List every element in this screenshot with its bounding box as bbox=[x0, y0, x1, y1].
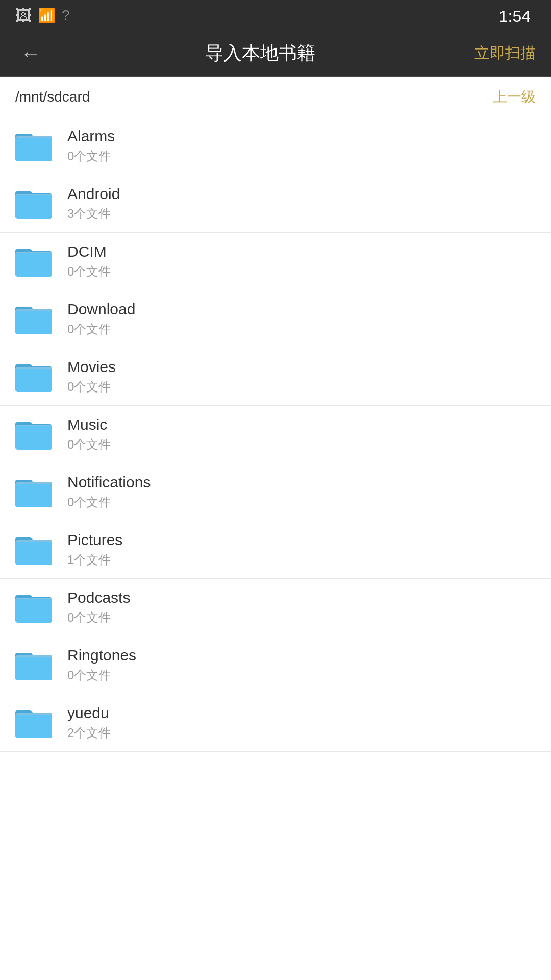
folder-icon bbox=[15, 304, 52, 334]
up-directory-button[interactable]: 上一级 bbox=[493, 87, 536, 107]
folder-item[interactable]: Download 0个文件 bbox=[0, 290, 551, 348]
folder-file-count: 0个文件 bbox=[67, 148, 115, 164]
folder-item[interactable]: Android 3个文件 bbox=[0, 175, 551, 233]
folder-file-count: 0个文件 bbox=[67, 379, 116, 395]
folder-info: Podcasts 0个文件 bbox=[67, 589, 130, 626]
folder-file-count: 0个文件 bbox=[67, 436, 111, 453]
path-bar: /mnt/sdcard 上一级 bbox=[0, 77, 551, 117]
svg-rect-11 bbox=[15, 426, 52, 450]
folder-info: Pictures 1个文件 bbox=[67, 531, 122, 568]
folder-name: Android bbox=[67, 185, 120, 203]
folder-name: DCIM bbox=[67, 243, 111, 260]
folder-info: DCIM 0个文件 bbox=[67, 243, 111, 280]
folder-icon bbox=[15, 477, 52, 507]
back-button[interactable]: ← bbox=[15, 38, 46, 69]
folder-icon bbox=[15, 131, 52, 161]
folder-file-count: 0个文件 bbox=[67, 609, 130, 626]
status-bar: 🖼 📶 ? 1:54 bbox=[0, 0, 551, 31]
folder-item[interactable]: Notifications 0个文件 bbox=[0, 463, 551, 521]
folder-list: Alarms 0个文件 Android 3个文件 bbox=[0, 117, 551, 752]
status-icons: 🖼 📶 ? bbox=[15, 6, 70, 25]
folder-file-count: 1个文件 bbox=[67, 552, 122, 568]
folder-icon bbox=[15, 534, 52, 565]
title-bar: ← 导入本地书籍 立即扫描 bbox=[0, 31, 551, 77]
folder-name: Movies bbox=[67, 358, 116, 376]
question-icon: ? bbox=[62, 7, 70, 23]
folder-info: Ringtones 0个文件 bbox=[67, 647, 136, 683]
svg-rect-3 bbox=[15, 195, 52, 219]
folder-item[interactable]: yuedu 2个文件 bbox=[0, 694, 551, 752]
folder-icon bbox=[15, 188, 52, 219]
folder-item[interactable]: Ringtones 0个文件 bbox=[0, 636, 551, 694]
folder-item[interactable]: Music 0个文件 bbox=[0, 406, 551, 463]
folder-item[interactable]: DCIM 0个文件 bbox=[0, 233, 551, 290]
status-time: 1:54 bbox=[499, 7, 531, 26]
folder-icon bbox=[15, 592, 52, 623]
folder-info: Download 0个文件 bbox=[67, 301, 135, 337]
folder-info: Android 3个文件 bbox=[67, 185, 120, 222]
folder-name: Notifications bbox=[67, 474, 151, 491]
folder-icon bbox=[15, 707, 52, 738]
folder-info: Music 0个文件 bbox=[67, 416, 111, 453]
page-title: 导入本地书籍 bbox=[46, 41, 474, 66]
folder-info: Notifications 0个文件 bbox=[67, 474, 151, 510]
folder-file-count: 3个文件 bbox=[67, 206, 120, 222]
folder-file-count: 2个文件 bbox=[67, 725, 111, 741]
folder-file-count: 0个文件 bbox=[67, 321, 135, 337]
folder-name: Ringtones bbox=[67, 647, 136, 664]
wifi-icon: 📶 bbox=[38, 7, 56, 24]
folder-icon bbox=[15, 246, 52, 277]
svg-rect-7 bbox=[15, 311, 52, 334]
svg-rect-1 bbox=[15, 138, 52, 161]
svg-rect-21 bbox=[15, 715, 52, 738]
folder-name: Podcasts bbox=[67, 589, 130, 606]
folder-info: Alarms 0个文件 bbox=[67, 128, 115, 164]
folder-icon bbox=[15, 650, 52, 680]
folder-name: Download bbox=[67, 301, 135, 318]
folder-item[interactable]: Pictures 1个文件 bbox=[0, 521, 551, 579]
svg-rect-13 bbox=[15, 484, 52, 507]
svg-rect-17 bbox=[15, 599, 52, 623]
svg-rect-9 bbox=[15, 369, 52, 392]
folder-file-count: 0个文件 bbox=[67, 263, 111, 280]
folder-item[interactable]: Alarms 0个文件 bbox=[0, 117, 551, 175]
folder-file-count: 0个文件 bbox=[67, 667, 136, 683]
folder-info: yuedu 2个文件 bbox=[67, 704, 111, 741]
empty-space bbox=[0, 752, 551, 980]
svg-rect-5 bbox=[15, 253, 52, 277]
photo-icon: 🖼 bbox=[15, 6, 32, 25]
folder-icon bbox=[15, 361, 52, 392]
folder-icon bbox=[15, 419, 52, 450]
folder-name: Alarms bbox=[67, 128, 115, 145]
folder-info: Movies 0个文件 bbox=[67, 358, 116, 395]
folder-name: yuedu bbox=[67, 704, 111, 722]
folder-item[interactable]: Movies 0个文件 bbox=[0, 348, 551, 406]
scan-button[interactable]: 立即扫描 bbox=[474, 43, 536, 64]
current-path: /mnt/sdcard bbox=[15, 89, 90, 105]
svg-rect-15 bbox=[15, 542, 52, 565]
folder-name: Pictures bbox=[67, 531, 122, 549]
svg-rect-19 bbox=[15, 657, 52, 680]
folder-name: Music bbox=[67, 416, 111, 433]
folder-file-count: 0个文件 bbox=[67, 494, 151, 510]
folder-item[interactable]: Podcasts 0个文件 bbox=[0, 579, 551, 636]
